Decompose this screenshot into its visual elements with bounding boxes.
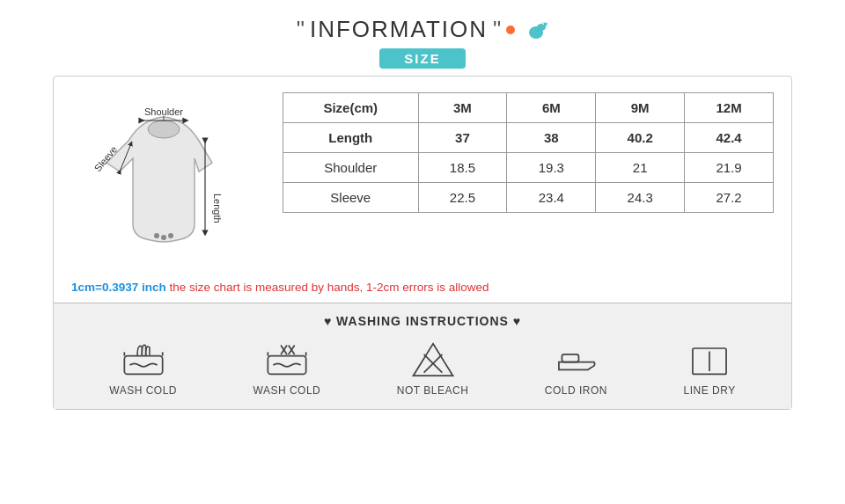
note-row: 1cm=0.3937 inch the size chart is measur… bbox=[71, 281, 774, 294]
table-row: Sleeve22.523.424.327.2 bbox=[283, 183, 774, 213]
wash-item-cold-iron: COLD IRON bbox=[545, 340, 607, 397]
page-title: INFORMATION bbox=[310, 16, 488, 43]
quote-open: " bbox=[297, 16, 305, 43]
wash-cold-2-label: WASH COLD bbox=[254, 384, 321, 397]
wash-item-not-bleach: NOT BLEACH bbox=[397, 340, 468, 397]
svg-point-6 bbox=[161, 235, 166, 240]
cell-1-0: 18.5 bbox=[418, 153, 507, 183]
cold-iron-label: COLD IRON bbox=[545, 384, 607, 397]
cell-0-2: 40.2 bbox=[596, 123, 685, 153]
row-label-1: Shoulder bbox=[283, 153, 419, 183]
title-row: " INFORMATION " bbox=[297, 16, 549, 43]
note-blue: 1cm=0.3937 inch bbox=[71, 281, 166, 294]
main-card: Shoulder Sleeve Length Size(cm) 3M bbox=[53, 76, 792, 410]
wash-cold-2-icon bbox=[264, 340, 310, 379]
svg-point-7 bbox=[168, 233, 173, 238]
cell-0-0: 37 bbox=[418, 123, 507, 153]
bird-icon bbox=[524, 18, 548, 41]
not-bleach-label: NOT BLEACH bbox=[397, 384, 468, 397]
table-row: Length373840.242.4 bbox=[283, 123, 774, 153]
cell-1-2: 21 bbox=[596, 153, 685, 183]
col-header-6m: 6M bbox=[507, 93, 596, 123]
col-header-3m: 3M bbox=[418, 93, 507, 123]
cell-2-2: 24.3 bbox=[596, 183, 685, 213]
col-header-9m: 9M bbox=[596, 93, 685, 123]
not-bleach-icon bbox=[410, 340, 456, 379]
wash-section: ♥ WASHING INSTRUCTIONS ♥ WASH COLD bbox=[54, 303, 791, 409]
title-dot bbox=[506, 26, 515, 34]
svg-point-4 bbox=[148, 121, 180, 138]
size-table: Size(cm) 3M 6M 9M 12M Length373840.242.4… bbox=[283, 92, 774, 213]
wash-cold-1-icon bbox=[121, 340, 166, 379]
svg-text:Shoulder: Shoulder bbox=[144, 106, 183, 117]
line-dry-icon bbox=[687, 340, 732, 379]
cell-2-3: 27.2 bbox=[685, 183, 774, 213]
row-label-2: Sleeve bbox=[283, 183, 419, 213]
cell-1-3: 21.9 bbox=[685, 153, 774, 183]
size-badge: SIZE bbox=[379, 48, 465, 69]
wash-icons-row: WASH COLD WASH COLD bbox=[71, 340, 774, 397]
svg-point-3 bbox=[542, 23, 544, 25]
wash-item-wash-cold-1: WASH COLD bbox=[109, 340, 177, 397]
garment-illustration: Shoulder Sleeve Length bbox=[71, 92, 265, 268]
row-label-0: Length bbox=[283, 123, 419, 153]
svg-point-5 bbox=[154, 233, 159, 238]
wash-title: ♥ WASHING INSTRUCTIONS ♥ bbox=[71, 314, 774, 328]
wash-cold-1-label: WASH COLD bbox=[109, 384, 177, 397]
table-header-row: Size(cm) 3M 6M 9M 12M bbox=[283, 93, 774, 123]
cell-2-1: 23.4 bbox=[507, 183, 596, 213]
cell-2-0: 22.5 bbox=[418, 183, 507, 213]
svg-marker-25 bbox=[413, 344, 452, 376]
wash-item-wash-cold-2: WASH COLD bbox=[254, 340, 321, 397]
col-header-12m: 12M bbox=[685, 93, 774, 123]
cell-0-3: 42.4 bbox=[685, 123, 774, 153]
top-section: Shoulder Sleeve Length Size(cm) 3M bbox=[71, 92, 774, 268]
svg-text:Length: Length bbox=[212, 194, 223, 223]
note-red: the size chart is measured by hands, 1-2… bbox=[166, 281, 489, 294]
svg-rect-28 bbox=[562, 354, 579, 362]
page-header: " INFORMATION " SIZE bbox=[297, 16, 549, 69]
quote-close: " bbox=[493, 16, 501, 43]
table-row: Shoulder18.519.32121.9 bbox=[283, 153, 774, 183]
col-header-size: Size(cm) bbox=[283, 93, 419, 123]
wash-item-line-dry: LINE DRY bbox=[684, 340, 736, 397]
cell-1-1: 19.3 bbox=[507, 153, 596, 183]
cold-iron-icon bbox=[553, 340, 599, 379]
cell-0-1: 38 bbox=[507, 123, 596, 153]
line-dry-label: LINE DRY bbox=[684, 384, 736, 397]
